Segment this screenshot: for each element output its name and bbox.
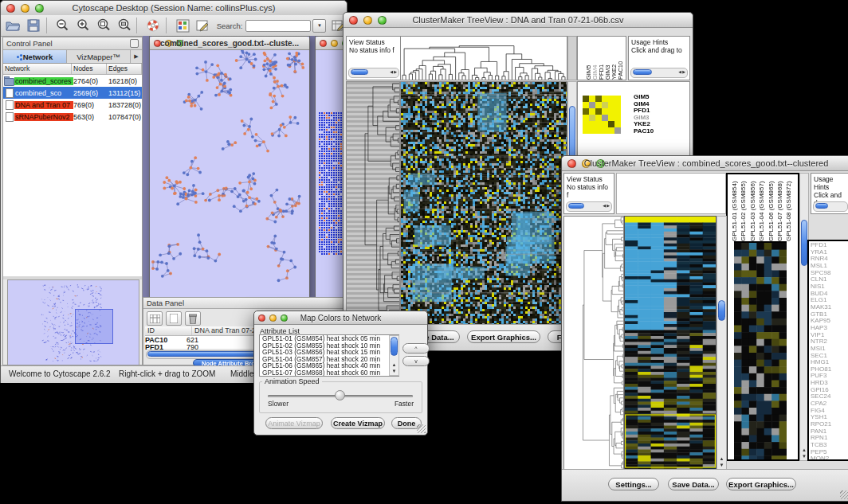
treeview1-column-dendrogram[interactable] [400, 36, 567, 80]
array-column-label[interactable]: GPL51-08 (GSM872) [784, 176, 793, 241]
animation-speed-group: Animation Speed Slower Faster [259, 381, 422, 413]
network-row[interactable]: combined_scores2764(0)16218(0) [3, 75, 142, 87]
network-navigator[interactable] [7, 279, 139, 365]
folder-icon [3, 76, 14, 85]
animation-speed-label: Animation Speed [262, 377, 322, 385]
tab-vizmapper[interactable]: VizMapper™ [67, 50, 131, 63]
new-attribute-icon[interactable] [166, 311, 182, 326]
delete-attribute-icon[interactable] [185, 311, 201, 326]
treeview2-column-dendrogram[interactable] [616, 173, 726, 214]
treeview1-heatmap[interactable] [400, 81, 567, 325]
resize-grip[interactable] [417, 424, 426, 433]
export-graphics-button[interactable]: Export Graphics... [467, 330, 540, 343]
vizmapper-icon[interactable] [174, 17, 191, 34]
annotation-icon[interactable] [194, 17, 212, 34]
doc-icon [3, 88, 14, 97]
attribute-list-vscrollbar[interactable]: ▲▼ [389, 335, 399, 376]
network-window-titlebar[interactable]: combined_scores_good.txt--cluste... [150, 37, 309, 50]
navigator-canvas[interactable] [8, 280, 137, 361]
treeview2-titlebar[interactable]: ClusterMaker TreeView : combined_scores_… [562, 156, 848, 171]
save-data-button[interactable]: Save Data... [668, 478, 719, 490]
splitter-strip[interactable] [567, 36, 577, 80]
view-status-hscrollbar[interactable]: ◀▶ [566, 201, 612, 212]
gene-column-label[interactable]: GIM5 [586, 37, 592, 80]
array-column-label[interactable]: GPL51-01 (GSM854) [730, 176, 739, 241]
export-graphics-button[interactable]: Export Graphics... [726, 478, 796, 490]
usage-hints-hscrollbar[interactable] [813, 201, 848, 212]
network-grid-canvas[interactable] [316, 50, 345, 297]
network-graph-canvas[interactable] [150, 50, 308, 297]
status-hint-pan: Middle- [230, 369, 257, 378]
array-column-label[interactable]: GPL51-03 (GSM856) [748, 176, 757, 241]
gene-column-label[interactable]: PAC10 [618, 37, 624, 80]
gene-row-label[interactable]: PAC10 [634, 128, 654, 135]
usage-hints-hscrollbar[interactable]: ◀▶ [630, 68, 688, 78]
control-panel: Control Panel Network VizMapper™ ▶ Netwo… [2, 37, 143, 365]
network-window2-titlebar[interactable] [316, 37, 345, 50]
minimize-button[interactable] [331, 40, 338, 47]
tab-overflow-button[interactable]: ▶ [131, 50, 142, 63]
open-folder-icon[interactable] [4, 17, 22, 34]
network-row[interactable]: DNA and Tran 07769(0)183728(0) [3, 99, 142, 111]
zoom-in-icon[interactable] [74, 17, 92, 34]
animate-vizmap-button[interactable]: Animate Vizmap [265, 417, 323, 429]
move-up-button[interactable]: ^ [402, 343, 430, 354]
view-status-hscrollbar[interactable]: ◀▶ [348, 68, 399, 78]
select-attributes-icon[interactable] [147, 311, 163, 326]
float-panel-icon[interactable] [130, 39, 139, 48]
dialog-titlebar[interactable]: Map Colors to Network [254, 311, 427, 325]
treeview1-zoom-column-labels: GIM5GIM4PFD1GIM3YKE2PAC10 [577, 36, 626, 80]
treeview1-zoom-heatmap[interactable] [583, 96, 621, 134]
zoom-out-icon[interactable] [53, 17, 71, 34]
network-row[interactable]: combined_sco2569(6)13112(15) [3, 87, 142, 99]
move-down-button[interactable]: v [402, 356, 430, 366]
zoom-fit-icon[interactable] [116, 17, 133, 34]
resize-grip[interactable] [840, 490, 848, 499]
desktop: Cytoscape Desktop (Session Name: collins… [0, 0, 848, 504]
network-row[interactable]: sRNAPuberNov2563(0)107847(0) [3, 111, 142, 123]
tab-network[interactable]: Network [3, 50, 67, 63]
status-hint-zoom: Right-click + drag to ZOOM [119, 369, 215, 378]
treeview1-zoom-row-labels: GIM5GIM4PFD1GIM3YKE2PAC10 [634, 94, 654, 135]
speed-slider-thumb[interactable] [335, 390, 345, 400]
treeview2-heatmap[interactable] [624, 216, 716, 470]
treeview1-titlebar[interactable]: ClusterMaker TreeView : DNA and Tran 07-… [344, 13, 693, 28]
toolbar-separator [46, 18, 47, 33]
close-button[interactable] [320, 40, 327, 47]
treeview2-window: ClusterMaker TreeView : combined_scores_… [561, 155, 848, 502]
network-tab-icon [17, 56, 19, 58]
treeview2-zoom-heatmap[interactable] [734, 241, 787, 461]
array-column-label[interactable]: GPL51-07 (GSM868) [775, 176, 784, 241]
navigator-viewport-rect[interactable] [75, 309, 113, 344]
array-column-label[interactable]: GPL51-04 (GSM857) [757, 176, 766, 241]
main-toolbar: Search: ▼ [1, 15, 347, 37]
gene-label[interactable]: MON2 [811, 455, 848, 461]
treeview1-row-dendrogram[interactable] [346, 81, 400, 325]
network-desktop-area: combined_scores_good.txt--cluste... [143, 36, 345, 297]
treeview2-row-dendrogram[interactable] [563, 216, 624, 470]
attribute-item[interactable]: GPL51-07 (GSM868) heat shock 60 min [260, 369, 398, 377]
array-column-label[interactable]: GPL51-02 (GSM855) [739, 176, 748, 241]
doc-icon [3, 100, 14, 109]
gene-column-label[interactable]: GIM3 [605, 37, 611, 80]
search-input[interactable] [245, 20, 311, 32]
map-colors-dialog: Map Colors to Network Attribute List GPL… [253, 311, 428, 436]
network-table-rows: combined_scores2764(0)16218(0)combined_s… [3, 75, 142, 276]
save-icon[interactable] [25, 17, 42, 34]
speed-slider[interactable] [268, 395, 413, 397]
treeview2-vscrollbar[interactable]: ▲▼ [716, 216, 727, 470]
network-table-header: Network Nodes Edges [3, 64, 142, 75]
main-titlebar[interactable]: Cytoscape Desktop (Session Name: collins… [1, 1, 347, 16]
zoom-selected-icon[interactable] [95, 17, 112, 34]
faster-label: Faster [395, 400, 414, 408]
help-lifesaver-icon[interactable] [144, 17, 162, 34]
settings-button[interactable]: Settings... [608, 478, 659, 490]
gene-column-label[interactable]: PFD1 [599, 37, 605, 80]
gene-column-label[interactable]: YKE2 [611, 37, 618, 80]
gene-column-label[interactable]: GIM4 [592, 37, 599, 80]
window-title: Cytoscape Desktop (Session Name: collins… [1, 3, 347, 13]
array-column-label[interactable]: GPL51-06 (GSM865) [767, 176, 775, 241]
create-vizmap-button[interactable]: Create Vizmap [331, 417, 385, 429]
search-dropdown-button[interactable]: ▼ [312, 19, 326, 33]
treeview2-usage-hints: Usage HintsClick and drag [811, 173, 848, 214]
